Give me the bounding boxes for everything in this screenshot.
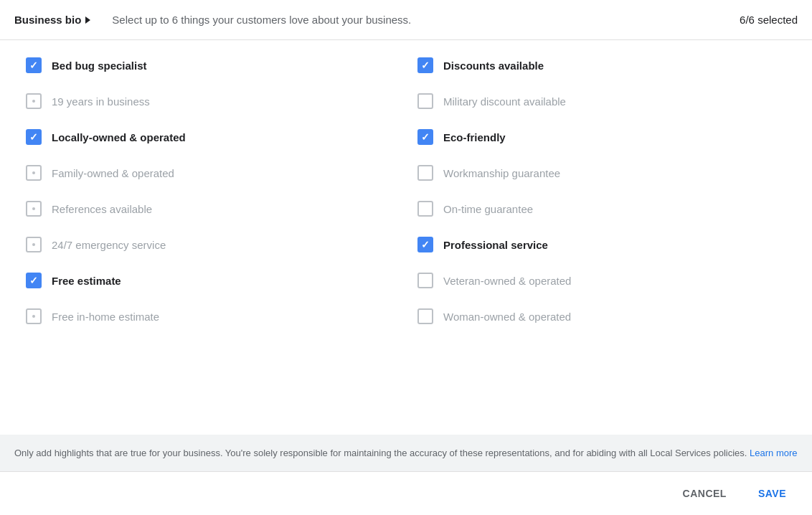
option-label: Woman-owned & operated: [443, 311, 571, 323]
option-item[interactable]: ✓Discounts available: [406, 47, 798, 83]
checkbox[interactable]: [26, 308, 42, 324]
checkbox[interactable]: [26, 201, 42, 217]
checkbox[interactable]: ✓: [417, 57, 433, 73]
arrow-right-icon: [85, 16, 90, 24]
business-bio-label: Business bio: [14, 14, 90, 26]
option-label: Professional service: [443, 239, 548, 251]
checkmark-icon: ✓: [29, 275, 38, 285]
option-label: Free in-home estimate: [52, 311, 159, 323]
option-item[interactable]: Military discount available: [406, 83, 798, 119]
action-bar: CANCEL SAVE: [0, 471, 812, 515]
option-label: Workmanship guarantee: [443, 167, 560, 179]
checkbox[interactable]: [26, 237, 42, 252]
checkmark-icon: ✓: [421, 132, 430, 142]
option-item[interactable]: ✓Bed bug specialist: [14, 47, 406, 83]
option-item[interactable]: ✓Professional service: [406, 227, 798, 263]
business-bio-text: Business bio: [14, 14, 81, 26]
checkbox[interactable]: [417, 201, 433, 217]
cancel-button[interactable]: CANCEL: [674, 482, 735, 505]
option-item[interactable]: References available: [14, 191, 406, 227]
option-label: Family-owned & operated: [52, 167, 174, 179]
checkbox[interactable]: ✓: [26, 57, 42, 73]
option-item[interactable]: Woman-owned & operated: [406, 298, 798, 334]
option-label: References available: [52, 203, 152, 215]
checkmark-icon: ✓: [421, 240, 430, 250]
checkmark-icon: ✓: [29, 132, 38, 142]
option-item[interactable]: On-time guarantee: [406, 191, 798, 227]
checkbox[interactable]: [26, 165, 42, 181]
option-label: Free estimate: [52, 275, 121, 287]
options-grid: ✓Bed bug specialist✓Discounts available1…: [14, 47, 798, 334]
learn-more-link[interactable]: Learn more: [750, 448, 797, 458]
checkbox[interactable]: ✓: [417, 129, 433, 145]
option-label: Eco-friendly: [443, 131, 506, 143]
option-label: 24/7 emergency service: [52, 239, 166, 251]
option-item[interactable]: Veteran-owned & operated: [406, 263, 798, 298]
checkbox[interactable]: ✓: [26, 273, 42, 288]
options-content: ✓Bed bug specialist✓Discounts available1…: [0, 40, 812, 435]
option-label: Bed bug specialist: [52, 60, 147, 72]
option-item[interactable]: ✓Locally-owned & operated: [14, 119, 406, 155]
option-item[interactable]: Free in-home estimate: [14, 298, 406, 334]
option-label: 19 years in business: [52, 95, 150, 108]
option-label: Veteran-owned & operated: [443, 275, 571, 287]
option-item[interactable]: Family-owned & operated: [14, 155, 406, 191]
checkbox[interactable]: [417, 308, 433, 324]
checkbox[interactable]: [26, 93, 42, 109]
footer-note: Only add highlights that are true for yo…: [0, 435, 812, 472]
option-item[interactable]: ✓Free estimate: [14, 263, 406, 298]
option-item[interactable]: 19 years in business: [14, 83, 406, 119]
option-label: On-time guarantee: [443, 203, 533, 215]
checkbox[interactable]: [417, 93, 433, 109]
subtitle-text: Select up to 6 things your customers lov…: [105, 14, 740, 26]
selected-count: 6/6 selected: [740, 14, 798, 26]
checkbox[interactable]: [417, 273, 433, 288]
option-item[interactable]: Workmanship guarantee: [406, 155, 798, 191]
option-item[interactable]: ✓Eco-friendly: [406, 119, 798, 155]
checkmark-icon: ✓: [421, 60, 430, 70]
checkbox[interactable]: ✓: [417, 237, 433, 252]
checkbox[interactable]: [417, 165, 433, 181]
footer-note-text: Only add highlights that are true for yo…: [14, 448, 747, 458]
checkbox[interactable]: ✓: [26, 129, 42, 145]
option-label: Locally-owned & operated: [52, 131, 186, 143]
checkmark-icon: ✓: [29, 60, 38, 70]
option-item[interactable]: 24/7 emergency service: [14, 227, 406, 263]
option-label: Military discount available: [443, 95, 566, 108]
top-bar: Business bio Select up to 6 things your …: [0, 0, 812, 40]
save-button[interactable]: SAVE: [750, 482, 795, 505]
option-label: Discounts available: [443, 60, 544, 72]
